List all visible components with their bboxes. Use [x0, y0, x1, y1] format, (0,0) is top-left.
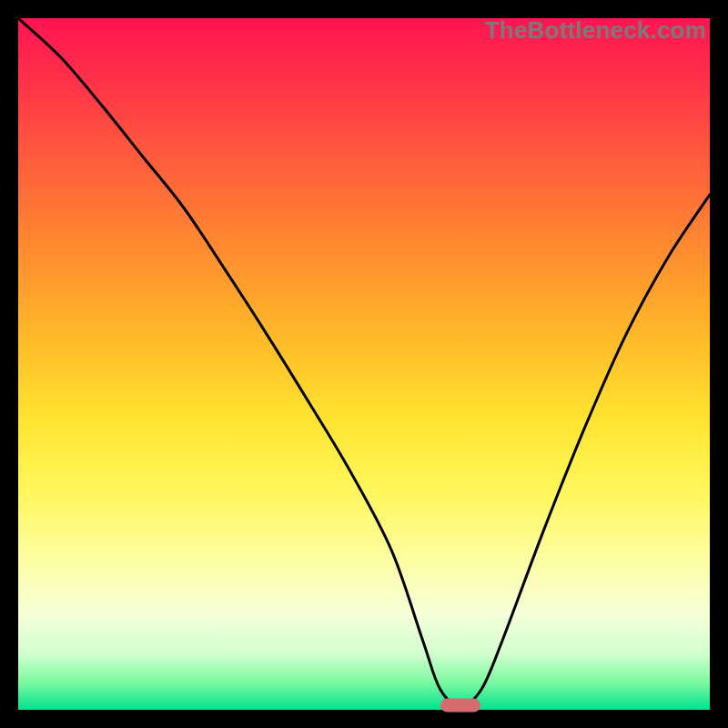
chart-frame: TheBottleneck.com — [18, 18, 710, 710]
heat-gradient-bg — [18, 18, 710, 710]
optimal-point-marker — [440, 699, 480, 713]
watermark-label: TheBottleneck.com — [485, 16, 706, 45]
